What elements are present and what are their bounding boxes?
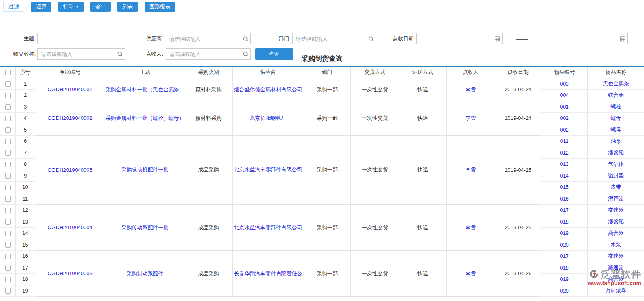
row-checkbox[interactable] [5, 93, 11, 98]
item-name-link[interactable]: 皮带 [611, 184, 621, 190]
item-name-link[interactable]: 变速器 [608, 207, 624, 213]
item-code-link[interactable]: 014 [560, 173, 569, 179]
item-code-link[interactable]: 001 [560, 104, 569, 110]
checkbox-cell [0, 274, 16, 285]
item-name-link[interactable]: 密封垫 [608, 172, 624, 178]
receiver-link[interactable]: 李雪 [466, 224, 476, 230]
item-code-link[interactable]: 019 [560, 230, 569, 236]
row-checkbox[interactable] [5, 208, 11, 213]
search-icon[interactable] [240, 33, 251, 44]
row-checkbox[interactable] [5, 277, 11, 282]
theme-input[interactable] [37, 33, 125, 44]
doc-no-link[interactable]: CGDH2019040006 [48, 270, 92, 276]
row-checkbox[interactable] [5, 162, 11, 167]
calendar-icon[interactable] [492, 33, 503, 44]
item-code-link[interactable]: 002 [560, 127, 569, 133]
subject-link[interactable]: 采购制动系配件 [127, 270, 164, 276]
cell-text: 15 [22, 242, 28, 248]
supplier-link[interactable]: 烟台盛伟德金属材料有限公司 [234, 86, 302, 92]
item-name-link[interactable]: 气缸体 [608, 161, 624, 167]
supplier-link[interactable]: 长春华翔汽车零件有限责任公 [234, 270, 302, 276]
row-checkbox[interactable] [5, 173, 11, 179]
toolbar-button-5[interactable]: 列表 [117, 2, 138, 12]
supplier-link[interactable]: 北京长阳钢铁厂 [250, 115, 287, 121]
receiver-link[interactable]: 李雪 [466, 167, 476, 173]
row-checkbox[interactable] [5, 196, 11, 202]
receiver-link[interactable]: 李雪 [466, 270, 476, 276]
row-checkbox[interactable] [5, 231, 11, 236]
subject-link[interactable]: 采购发动机配件一批 [122, 167, 169, 173]
item-name-link[interactable]: 黑色金属条 [603, 80, 629, 86]
item-name-link[interactable]: 离合器 [608, 230, 624, 236]
toolbar-button-4[interactable]: 输出 [90, 2, 111, 12]
item-name-link[interactable]: 涨紧轮 [608, 149, 624, 155]
item-name-link[interactable]: 离合器 [608, 276, 624, 282]
item-name-link[interactable]: 螺母 [611, 126, 621, 132]
receipt-date-to-input[interactable] [541, 33, 628, 44]
seq-cell: 12 [16, 205, 35, 216]
item-code-link[interactable]: 020 [560, 242, 569, 248]
row-checkbox[interactable] [5, 116, 11, 121]
item-code-link[interactable]: 004 [560, 92, 569, 98]
subject-link[interactable]: 采购金属材料一批（螺栓、螺母） [106, 115, 185, 121]
item-name-link[interactable]: 变速器 [608, 253, 624, 259]
row-checkbox[interactable] [5, 219, 11, 225]
row-checkbox[interactable] [5, 150, 11, 156]
department-input[interactable] [292, 33, 376, 44]
subject-link[interactable]: 采购传动系配件一批 [122, 224, 169, 230]
row-checkbox[interactable] [5, 127, 11, 133]
row-checkbox[interactable] [5, 288, 11, 294]
receiver-link[interactable]: 李雪 [466, 86, 476, 92]
row-checkbox[interactable] [5, 104, 11, 110]
item-code-link[interactable]: 011 [560, 138, 569, 144]
doc-no-link[interactable]: CGDH2019040004 [48, 224, 92, 230]
item-name-link[interactable]: 螺栓 [611, 103, 621, 109]
item-code-link[interactable]: 019 [560, 276, 569, 282]
toolbar-button-6[interactable]: 图形报表 [145, 2, 175, 12]
row-checkbox[interactable] [5, 242, 11, 248]
item-code-link[interactable]: 020 [560, 288, 569, 294]
search-icon[interactable] [366, 33, 376, 44]
item-name-link[interactable]: 减速器 [608, 264, 624, 270]
item-code-link[interactable]: 017 [560, 253, 569, 259]
row-checkbox[interactable] [5, 81, 11, 87]
doc-no-link[interactable]: CGDH2019040001 [48, 86, 92, 92]
item-code-link[interactable]: 015 [560, 184, 569, 190]
item-name-link[interactable]: 油泵 [611, 138, 621, 144]
item-name-link[interactable]: 消声器 [608, 195, 624, 201]
toolbar-button-1[interactable]: 过滤 [3, 2, 24, 12]
cell-text: 快递 [417, 270, 428, 276]
doc-no-link[interactable]: CGDH2019040005 [48, 167, 92, 173]
item-code-link[interactable]: 018 [560, 265, 569, 271]
row-checkbox[interactable] [5, 254, 11, 259]
receipt-date-from-input[interactable] [416, 33, 503, 44]
receiver-link[interactable]: 李雪 [466, 115, 476, 121]
item-code-link[interactable]: 013 [560, 161, 569, 167]
row-checkbox[interactable] [5, 265, 11, 271]
doc-no-link[interactable]: CGDH2019040002 [48, 115, 92, 121]
subject-link[interactable]: 采购金属材料一批（黑色金属条、 [106, 86, 185, 92]
item-name-link[interactable]: 水泵 [611, 241, 621, 247]
calendar-icon[interactable] [617, 33, 628, 44]
toolbar-button-3[interactable]: 打印▼ [58, 2, 84, 12]
item-name-link[interactable]: 镁合金 [608, 92, 624, 98]
seq-cell: 2 [16, 90, 35, 101]
supplier-link[interactable]: 北京永益汽车零部件有限公司 [234, 167, 302, 173]
item-code-link[interactable]: 016 [560, 196, 569, 202]
cell-text: 2 [24, 92, 27, 98]
row-checkbox[interactable] [5, 139, 11, 144]
item-code-link[interactable]: 012 [560, 150, 569, 156]
item-code-link[interactable]: 003 [560, 81, 569, 87]
item-name-link[interactable]: 涨紧轮 [608, 218, 624, 224]
item-code-link[interactable]: 017 [560, 207, 569, 213]
row-checkbox[interactable] [5, 185, 11, 190]
item-name-link[interactable]: 万向滚珠 [606, 287, 627, 293]
item-code-link[interactable]: 018 [560, 219, 569, 225]
item-code-link[interactable]: 002 [560, 115, 569, 121]
supplier-input[interactable] [166, 33, 251, 44]
toolbar-button-2[interactable]: 还原 [31, 2, 51, 12]
item-name-link[interactable]: 螺母 [611, 115, 621, 121]
select-all-checkbox[interactable] [5, 70, 11, 75]
supplier-link[interactable]: 北京永益汽车零部件有限公司 [234, 224, 302, 230]
cell-text: 1 [24, 81, 27, 87]
